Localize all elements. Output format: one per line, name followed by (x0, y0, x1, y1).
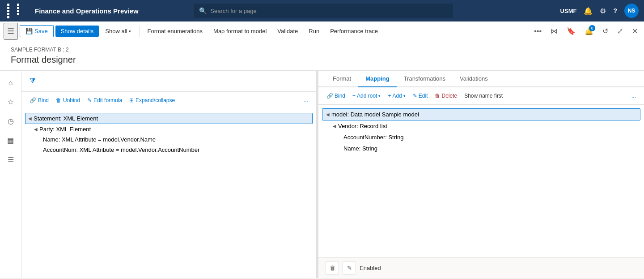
sidebar-list-icon[interactable]: ☰ (3, 151, 18, 168)
connections-icon[interactable]: ⋈ (548, 24, 560, 38)
tab-mapping[interactable]: Mapping (358, 71, 396, 87)
search-input[interactable] (210, 8, 448, 14)
right-tree-item[interactable]: ◀ model: Data model Sample model (322, 108, 640, 120)
right-tree-item[interactable]: Name: String (322, 143, 640, 154)
save-button[interactable]: 💾 Save (20, 25, 54, 37)
collapse-icon[interactable]: ◀ (333, 124, 336, 129)
search-icon: 🔍 (199, 7, 207, 14)
tree-item[interactable]: Name: XML Attribute = model.Vendor.Name (25, 134, 313, 145)
tree-item-label: AccountNum: XML Attribute = model.Vendor… (43, 146, 199, 153)
map-format-to-model-button[interactable]: Map format to model (209, 26, 271, 37)
unbind-button[interactable]: 🗑 Unbind (53, 95, 83, 105)
format-enumerations-button[interactable]: Format enumerations (143, 26, 208, 37)
notifications-button[interactable]: 🔔 0 (582, 24, 596, 38)
left-more-button[interactable]: ... (301, 95, 311, 105)
add-button[interactable]: + Add ▾ (385, 91, 408, 101)
more-options-button[interactable]: ••• (531, 25, 544, 38)
help-icon[interactable]: ? (613, 7, 617, 14)
delete-trash-icon: 🗑 (435, 93, 440, 99)
action-bar-right: ••• ⋈ 🔖 🔔 0 ↺ ⤢ ✕ (531, 24, 640, 38)
right-toolbar: 🔗 Bind + Add root ▾ + Add ▾ ✎ Edit 🗑 Del… (318, 87, 644, 105)
hamburger-menu[interactable]: ☰ (4, 23, 18, 40)
save-icon: 💾 (25, 28, 33, 34)
chevron-down-icon: ▾ (129, 29, 131, 34)
performance-trace-button[interactable]: Performance trace (326, 26, 382, 37)
edit-formula-button[interactable]: ✎ Edit formula (85, 95, 125, 105)
chevron-down-icon: ▾ (403, 94, 406, 98)
sidebar-clock-icon[interactable]: ◷ (3, 112, 18, 130)
right-bind-button[interactable]: 🔗 Bind (324, 91, 348, 101)
tree-item-label: Party: XML Element (39, 126, 91, 133)
right-tree-item-label: Name: String (343, 145, 377, 152)
right-tree-item-label: model: Data model Sample model (331, 111, 419, 118)
search-bar[interactable]: 🔍 (194, 4, 453, 18)
right-link-icon: 🔗 (326, 93, 333, 99)
expand-icon: ⊞ (129, 97, 134, 103)
expand-collapse-button[interactable]: ⊞ Expand/collapse (127, 95, 178, 105)
left-panel: ⧩ 🔗 Bind 🗑 Unbind ✎ Edit formula ⊞ Expan… (21, 71, 317, 278)
tree-item[interactable]: ◀ Party: XML Element (25, 124, 313, 134)
right-more-button[interactable]: ... (629, 91, 639, 101)
bottom-trash-button[interactable]: 🗑 (326, 261, 339, 275)
bind-button[interactable]: 🔗 Bind (27, 95, 51, 105)
page-title: Format designer (11, 55, 633, 65)
sidebar-star-icon[interactable]: ☆ (3, 93, 18, 111)
notification-badge: 0 (589, 25, 595, 31)
tab-validations[interactable]: Validations (453, 71, 495, 87)
validate-button[interactable]: Validate (273, 26, 302, 37)
main-content: ⌂ ☆ ◷ ▦ ☰ ⧩ 🔗 Bind 🗑 Unbind ✎ Edit formu… (0, 71, 644, 278)
run-button[interactable]: Run (304, 26, 324, 37)
edit-pencil-icon: ✎ (413, 93, 417, 99)
collapse-icon[interactable]: ◀ (28, 116, 32, 121)
add-root-button[interactable]: + Add root ▾ (350, 91, 383, 101)
show-details-button[interactable]: Show details (55, 26, 99, 37)
tree-item[interactable]: ◀ Statement: XML Element (25, 113, 313, 124)
left-filter-row: ⧩ (21, 71, 316, 92)
right-tree-item-label: AccountNumber: String (343, 134, 403, 141)
sidebar-icons: ⌂ ☆ ◷ ▦ ☰ (0, 71, 21, 278)
open-in-new-button[interactable]: ⤢ (614, 24, 626, 38)
page-header: SAMPLE FORMAT B : 2 Format designer (0, 41, 644, 71)
separator (139, 26, 140, 37)
top-nav: Finance and Operations Preview 🔍 USMF 🔔 … (0, 0, 644, 21)
edit-button[interactable]: ✎ Edit (410, 91, 431, 101)
chevron-down-icon: ▾ (378, 94, 381, 98)
bell-icon[interactable]: 🔔 (584, 7, 593, 15)
sidebar-grid-icon[interactable]: ▦ (3, 132, 18, 149)
bottom-edit-button[interactable]: ✎ (343, 261, 356, 275)
breadcrumb: SAMPLE FORMAT B : 2 (11, 47, 633, 53)
org-label: USMF (560, 8, 577, 14)
enabled-label: Enabled (360, 265, 381, 271)
show-name-first-button[interactable]: Show name first (462, 91, 505, 101)
show-all-button[interactable]: Show all ▾ (101, 26, 135, 37)
tab-format[interactable]: Format (326, 71, 358, 87)
delete-button[interactable]: 🗑 Delete (432, 91, 460, 101)
nav-right: USMF 🔔 ⚙ ? NS (560, 4, 639, 18)
add-icon: + (388, 93, 391, 99)
collapse-icon[interactable]: ◀ (326, 112, 330, 117)
app-grid-icon[interactable] (5, 2, 28, 20)
refresh-button[interactable]: ↺ (600, 24, 611, 38)
collapse-icon[interactable]: ◀ (34, 127, 38, 132)
link-icon: 🔗 (30, 97, 36, 103)
bookmark-icon[interactable]: 🔖 (564, 24, 578, 38)
add-root-icon: + (352, 93, 356, 99)
tab-transformations[interactable]: Transformations (397, 71, 453, 87)
tree-item-label: Name: XML Attribute = model.Vendor.Name (43, 136, 156, 143)
avatar[interactable]: NS (624, 4, 639, 18)
tabs: Format Mapping Transformations Validatio… (318, 71, 644, 87)
settings-icon[interactable]: ⚙ (600, 7, 606, 15)
app-title: Finance and Operations Preview (35, 7, 139, 15)
right-tree-item[interactable]: AccountNumber: String (322, 132, 640, 143)
sidebar-home-icon[interactable]: ⌂ (4, 74, 17, 91)
tree-item-label: Statement: XML Element (34, 115, 98, 122)
filter-icon-btn[interactable]: ⧩ (27, 74, 38, 88)
right-panel: Format Mapping Transformations Validatio… (318, 71, 644, 278)
left-tree: ◀ Statement: XML Element ◀ Party: XML El… (21, 109, 316, 278)
tree-item[interactable]: AccountNum: XML Attribute = model.Vendor… (25, 145, 313, 155)
left-toolbar: 🔗 Bind 🗑 Unbind ✎ Edit formula ⊞ Expand/… (21, 92, 316, 109)
close-button[interactable]: ✕ (629, 24, 640, 38)
unbind-icon: 🗑 (56, 97, 61, 103)
right-tree-item[interactable]: ◀ Vendor: Record list (322, 120, 640, 132)
right-tree: ◀ model: Data model Sample model ◀ Vendo… (318, 105, 644, 257)
